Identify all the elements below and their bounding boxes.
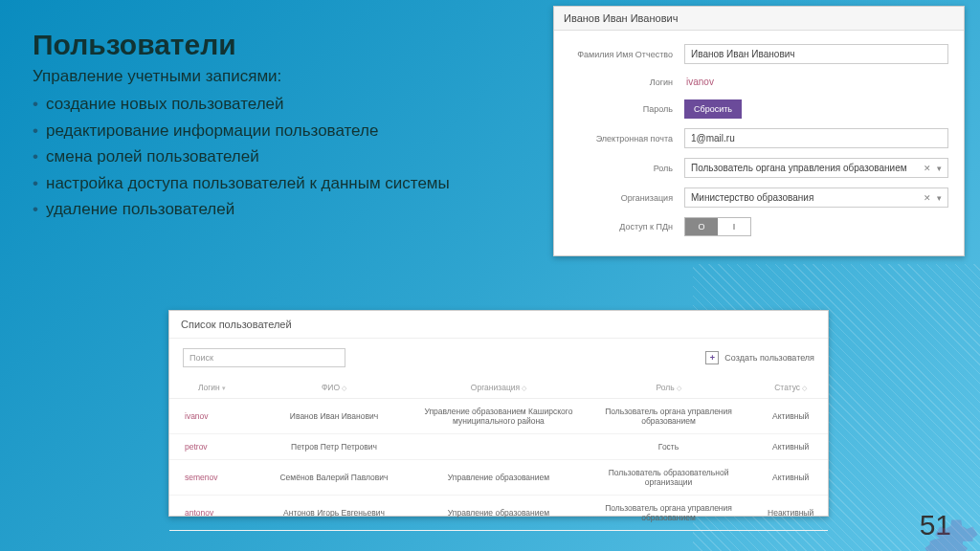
- create-user-button[interactable]: + Создать пользователя: [705, 351, 814, 364]
- cell-org: [413, 434, 584, 460]
- bullet-item: создание новых пользователей: [33, 92, 450, 117]
- cell-role: Пользователь образовательной организации: [584, 460, 754, 496]
- list-toolbar: Поиск + Создать пользователя: [169, 339, 828, 377]
- toggle-off[interactable]: I: [718, 218, 750, 235]
- pdn-toggle[interactable]: O I: [684, 217, 751, 236]
- cell-role: Гость: [584, 434, 754, 460]
- bullet-item: смена ролей пользователей: [33, 144, 450, 169]
- cell-fio: Антонов Игорь Евгеньевич: [255, 496, 413, 531]
- clear-icon[interactable]: ✕: [924, 164, 931, 173]
- chevron-down-icon[interactable]: ▾: [937, 193, 942, 203]
- cell-org: Управление образованием Каширского муниц…: [413, 399, 584, 434]
- label-org: Организация: [569, 193, 684, 203]
- cell-role: Пользователь органа управления образован…: [584, 496, 754, 531]
- col-role[interactable]: Роль◇: [584, 377, 754, 399]
- cell-login[interactable]: ivanov: [169, 399, 255, 434]
- cell-role: Пользователь органа управления образован…: [584, 399, 754, 434]
- edit-user-panel: Иванов Иван Иванович Фамилия Имя Отчеств…: [553, 6, 965, 256]
- col-fio[interactable]: ФИО◇: [255, 377, 413, 399]
- role-value: Пользователь органа управления образован…: [691, 163, 924, 173]
- org-value: Министерство образования: [691, 192, 924, 203]
- table-row[interactable]: petrov Петров Петр Петрович Гость Активн…: [169, 434, 828, 460]
- table-row[interactable]: semenov Семёнов Валерий Павлович Управле…: [169, 460, 828, 496]
- bullet-item: настройка доступа пользователей к данным…: [33, 171, 450, 196]
- cell-fio: Семёнов Валерий Павлович: [255, 460, 413, 496]
- edit-user-form: Фамилия Имя Отчество Иванов Иван Иванови…: [554, 31, 964, 255]
- label-login: Логин: [569, 77, 684, 87]
- gear-icon: [923, 513, 980, 551]
- col-status[interactable]: Статус◇: [753, 377, 828, 399]
- chevron-down-icon[interactable]: ▾: [937, 164, 942, 173]
- fio-input[interactable]: Иванов Иван Иванович: [684, 44, 948, 64]
- cell-status: Неактивный: [753, 496, 828, 531]
- cell-status: Активный: [753, 434, 828, 460]
- user-table: Логин▾ ФИО◇ Организация◇ Роль◇ Статус◇ i…: [169, 377, 828, 531]
- cell-org: Управление образованием: [413, 460, 584, 496]
- bullet-item: редактирование информации пользователе: [33, 119, 450, 143]
- label-role: Роль: [569, 164, 684, 173]
- edit-panel-header: Иванов Иван Иванович: [554, 7, 964, 31]
- list-panel-header: Список пользователей: [169, 311, 828, 339]
- role-select[interactable]: Пользователь органа управления образован…: [684, 158, 948, 178]
- label-pdn: Доступ к ПДн: [569, 222, 684, 231]
- clear-icon[interactable]: ✕: [924, 193, 931, 203]
- cell-org: Управление образованием: [413, 496, 584, 531]
- slide-subtitle: Управление учетными записями:: [33, 67, 281, 86]
- cell-login[interactable]: semenov: [169, 460, 255, 496]
- label-fio: Фамилия Имя Отчество: [569, 50, 684, 59]
- cell-status: Активный: [753, 460, 828, 496]
- label-email: Электронная почта: [569, 134, 684, 143]
- table-row[interactable]: antonov Антонов Игорь Евгеньевич Управле…: [169, 496, 828, 531]
- plus-icon: +: [705, 351, 719, 364]
- bullet-item: удаление пользователей: [33, 197, 450, 222]
- label-password: Пароль: [569, 104, 684, 114]
- cell-fio: Иванов Иван Иванович: [255, 399, 413, 434]
- table-header-row: Логин▾ ФИО◇ Организация◇ Роль◇ Статус◇: [169, 377, 828, 399]
- toggle-on[interactable]: O: [685, 218, 718, 235]
- login-value: ivanov: [684, 74, 948, 90]
- cell-status: Активный: [753, 399, 828, 434]
- slide-title: Пользователи: [33, 29, 236, 61]
- cell-login[interactable]: petrov: [169, 434, 255, 460]
- search-input[interactable]: Поиск: [183, 348, 345, 367]
- col-login[interactable]: Логин▾: [169, 377, 255, 399]
- create-user-label: Создать пользователя: [724, 353, 814, 363]
- table-body: ivanov Иванов Иван Иванович Управление о…: [169, 399, 828, 531]
- org-select[interactable]: Министерство образования ✕ ▾: [684, 187, 948, 208]
- email-input[interactable]: 1@mail.ru: [684, 128, 948, 148]
- user-list-panel: Список пользователей Поиск + Создать пол…: [168, 310, 829, 517]
- col-org[interactable]: Организация◇: [413, 377, 584, 399]
- reset-password-button[interactable]: Сбросить: [684, 99, 742, 119]
- table-row[interactable]: ivanov Иванов Иван Иванович Управление о…: [169, 399, 828, 434]
- bullet-list: создание новых пользователей редактирова…: [33, 92, 450, 224]
- cell-fio: Петров Петр Петрович: [255, 434, 413, 460]
- cell-login[interactable]: antonov: [169, 496, 255, 531]
